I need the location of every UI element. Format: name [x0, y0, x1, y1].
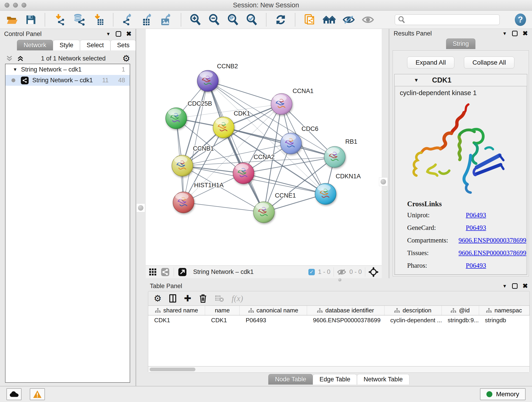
panel-close-icon[interactable]: ✖ — [523, 283, 528, 289]
network-collection-row[interactable]: ▼ String Network – cdk1 1 — [6, 64, 130, 75]
crosslink-link[interactable]: 9606.ENSP00000378699 — [458, 249, 526, 257]
gene-header[interactable]: ▼ CDK1 — [394, 74, 527, 86]
panel-float-icon[interactable] — [116, 31, 121, 37]
import-network-button[interactable] — [53, 13, 66, 26]
table-hscrollbar[interactable] — [148, 366, 530, 372]
memory-status-icon — [486, 391, 492, 397]
tab-node-table[interactable]: Node Table — [268, 374, 313, 385]
table-cell[interactable]: stringdb:9... — [442, 317, 479, 324]
tab-string[interactable]: String — [446, 38, 476, 49]
table-panel: Table Panel ▼ ✖ ⚙ ✚ — [146, 281, 532, 386]
panel-collapse-icon[interactable]: ▼ — [502, 31, 507, 36]
show-columns-button[interactable] — [169, 294, 176, 303]
table-cell[interactable]: CDK1 — [205, 317, 240, 324]
collapse-all-icon[interactable] — [6, 55, 13, 62]
import-network-database-button[interactable] — [73, 13, 85, 26]
refresh-button[interactable] — [275, 13, 287, 26]
panel-collapse-icon[interactable]: ▼ — [502, 283, 507, 289]
save-icon — [25, 14, 36, 26]
zoom-fit-button[interactable] — [227, 13, 239, 26]
share-gray-icon — [161, 268, 170, 276]
crosslink-link[interactable]: P06493 — [466, 262, 486, 269]
network-overview-button[interactable] — [161, 268, 170, 276]
export-table-button[interactable] — [141, 13, 153, 26]
delete-table-button[interactable] — [215, 294, 224, 302]
gene-description: cyclin-dependent kinase 1 — [395, 86, 526, 98]
warnings-button[interactable] — [30, 388, 45, 400]
crosslink-link[interactable]: 9606.ENSP00000378699 — [458, 236, 526, 244]
results-panel-splitter[interactable] — [382, 29, 389, 278]
panel-close-icon[interactable]: ✖ — [523, 30, 528, 37]
gear-icon[interactable]: ⚙ — [122, 54, 130, 63]
column-header--id[interactable]: @id — [442, 306, 479, 315]
clone-network-button[interactable] — [304, 13, 316, 26]
table-cell[interactable]: 9606.ENSP00000378699 — [307, 317, 384, 324]
panel-close-icon[interactable]: ✖ — [126, 31, 132, 37]
add-column-button[interactable]: ✚ — [184, 294, 191, 303]
search-input[interactable] — [395, 14, 500, 25]
table-header-row: shared namenamecanonical namedatabase id… — [148, 306, 530, 315]
table-panel-splitter[interactable] — [146, 278, 532, 281]
network-row[interactable]: String Network – cdk1 11 48 — [6, 75, 130, 86]
crosslink-row: Compartments:9606.ENSP00000378699 — [407, 236, 526, 244]
zoom-in-button[interactable] — [190, 13, 201, 26]
table-cell[interactable]: stringdb — [479, 317, 530, 324]
zoom-selected-button[interactable] — [246, 13, 258, 26]
export-image-button[interactable] — [160, 13, 172, 26]
table-cell[interactable]: cyclin-dependent ... — [385, 317, 442, 324]
zoom-out-button[interactable] — [208, 13, 220, 26]
crosslink-link[interactable]: P06493 — [466, 211, 486, 219]
column-header-description[interactable]: description — [385, 306, 442, 315]
tab-edge-table[interactable]: Edge Table — [313, 374, 357, 385]
crosslink-link[interactable]: P06493 — [466, 224, 486, 231]
tab-sets[interactable]: Sets — [110, 40, 136, 51]
panel-float-icon[interactable] — [512, 283, 518, 289]
gene-collapse-icon[interactable]: ▼ — [414, 77, 419, 83]
crosslink-row: Pharos:P06493 — [407, 262, 526, 269]
column-header-name[interactable]: name — [205, 306, 240, 315]
network-canvas[interactable]: CCNB2 CCNA1 CDC25B CDK1 — [146, 29, 382, 265]
import-table-button[interactable] — [92, 13, 105, 26]
open-session-button[interactable] — [6, 13, 18, 26]
table-row[interactable]: CDK1CDK1P064939606.ENSP00000378699cyclin… — [148, 315, 530, 325]
cloud-status-button[interactable] — [6, 388, 22, 400]
network-type-icon — [21, 77, 29, 84]
panel-collapse-icon[interactable]: ▼ — [106, 32, 111, 37]
column-header-database-identifier[interactable]: database identifier — [307, 306, 385, 315]
tab-style[interactable]: Style — [53, 40, 80, 51]
panel-float-icon[interactable] — [512, 31, 518, 36]
first-neighbors-button[interactable] — [323, 13, 336, 26]
tab-network[interactable]: Network — [17, 40, 53, 51]
memory-button[interactable]: Memory — [480, 388, 526, 400]
export-network-button[interactable] — [122, 13, 134, 26]
expand-all-button[interactable]: Expand All — [407, 57, 454, 69]
title-bar: Session: New Session — [0, 0, 532, 11]
save-session-button[interactable] — [25, 13, 36, 26]
table-cell[interactable]: CDK1 — [148, 317, 205, 324]
column-header-canonical-name[interactable]: canonical name — [240, 306, 307, 315]
hide-selected-button[interactable] — [342, 13, 355, 26]
crosslink-label: Pharos: — [407, 262, 466, 269]
show-all-button[interactable] — [362, 13, 374, 26]
scrollbar-thumb[interactable] — [150, 368, 196, 371]
collapse-all-button[interactable]: Collapse All — [464, 57, 514, 69]
help-button[interactable]: ? — [515, 13, 526, 26]
delete-column-button[interactable] — [199, 294, 207, 303]
table-cell[interactable]: P06493 — [240, 317, 307, 324]
selected-checkbox-icon[interactable]: ✓ — [308, 269, 315, 275]
tree-expand-icon[interactable]: ▼ — [13, 67, 17, 72]
expand-all-icon[interactable] — [17, 55, 24, 62]
function-builder-button[interactable]: f(x) — [232, 294, 243, 303]
open-in-window-button[interactable] — [178, 268, 187, 276]
splitter-handle[interactable] — [379, 177, 388, 186]
tab-select[interactable]: Select — [80, 40, 110, 51]
toolbar-separator — [113, 13, 114, 26]
splitter-handle[interactable] — [136, 204, 145, 212]
column-header-namespac[interactable]: namespac — [479, 306, 530, 315]
node-count: 11 — [102, 77, 109, 84]
column-header-shared-name[interactable]: shared name — [148, 306, 205, 315]
tab-network-table[interactable]: Network Table — [357, 374, 409, 385]
birds-eye-view-button[interactable] — [149, 268, 157, 276]
fit-content-icon[interactable] — [368, 267, 379, 277]
table-settings-button[interactable]: ⚙ — [154, 294, 162, 303]
